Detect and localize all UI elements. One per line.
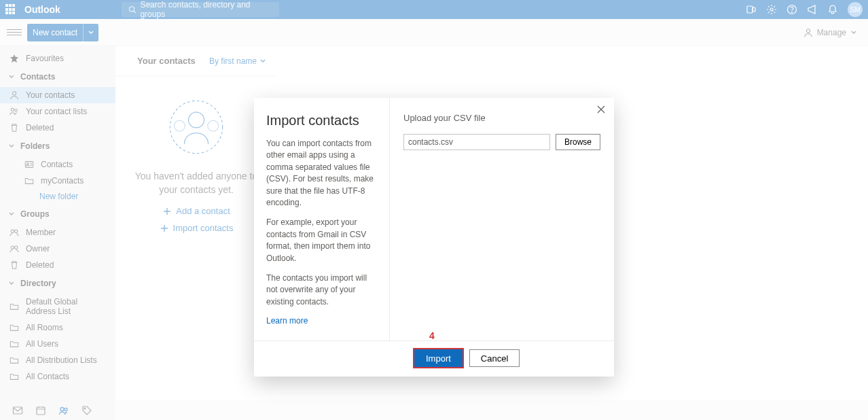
- dialog-paragraph: You can import contacts from other email…: [266, 138, 377, 209]
- dialog-footer: 4 Import Cancel: [254, 340, 614, 377]
- learn-more-link[interactable]: Learn more: [266, 316, 377, 326]
- close-button[interactable]: [596, 105, 606, 114]
- callout-number: 4: [429, 330, 435, 341]
- dialog-paragraph: The contacts you import will not overwri…: [266, 273, 377, 308]
- browse-button[interactable]: Browse: [556, 134, 600, 150]
- cancel-button[interactable]: Cancel: [469, 349, 520, 367]
- close-icon: [596, 105, 606, 114]
- file-name-input[interactable]: [403, 134, 550, 150]
- import-contacts-dialog: Import contacts You can import contacts …: [254, 98, 614, 377]
- upload-label: Upload your CSV file: [403, 113, 600, 123]
- import-button[interactable]: Import: [414, 349, 463, 367]
- dialog-title: Import contacts: [266, 113, 377, 128]
- dialog-info-pane: Import contacts You can import contacts …: [254, 98, 390, 340]
- dialog-paragraph: For example, export your contacts from G…: [266, 217, 377, 264]
- dialog-upload-pane: Upload your CSV file Browse: [390, 98, 614, 340]
